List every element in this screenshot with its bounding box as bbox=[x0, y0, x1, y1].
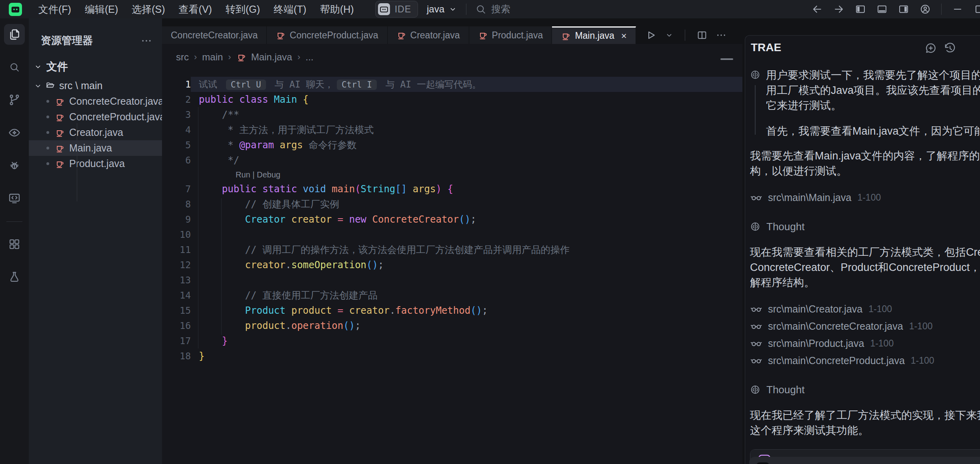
code-token: ; bbox=[378, 259, 384, 271]
code-token: factoryMethod bbox=[395, 305, 470, 316]
file-reference[interactable]: src\main\Main.java1-100 bbox=[750, 189, 980, 206]
code-token: 命令行参数 bbox=[303, 139, 356, 151]
editor-scrollbar-thumb[interactable] bbox=[720, 58, 733, 60]
activity-eye-sparkle-icon[interactable] bbox=[4, 122, 25, 143]
code-token: someOperation bbox=[291, 259, 366, 271]
minimize-icon[interactable] bbox=[949, 0, 966, 18]
line-content: * @param args 命令行参数 bbox=[199, 139, 357, 151]
line-number: 12 bbox=[162, 260, 191, 270]
menu-item[interactable]: 帮助(H) bbox=[313, 0, 361, 18]
explorer-more-icon[interactable] bbox=[140, 35, 152, 47]
ide-mode-toggle[interactable]: IDE bbox=[375, 1, 418, 18]
layout-left-icon[interactable] bbox=[852, 0, 869, 18]
assistant-messages: 用户要求测试一下，我需要先了解这个项目的结构。看起来这是一用工厂模式的Java项… bbox=[750, 68, 980, 464]
editor-tab-Creator.java[interactable]: Creator.java bbox=[388, 26, 469, 44]
back-arrow-icon[interactable] bbox=[808, 0, 826, 18]
brain-icon bbox=[750, 70, 760, 80]
code-token bbox=[343, 305, 349, 316]
search-placeholder: 搜索 bbox=[491, 3, 510, 16]
editor-tab-Product.java[interactable]: Product.java bbox=[469, 26, 552, 44]
java-file-icon bbox=[55, 97, 64, 106]
file-reference[interactable]: src\main\ConcreteProduct.java1-100 bbox=[750, 352, 980, 369]
line-number: 13 bbox=[162, 275, 191, 285]
menu-item[interactable]: 文件(F) bbox=[32, 0, 78, 18]
chevron-down-icon[interactable] bbox=[665, 31, 674, 40]
code-token: public bbox=[222, 183, 257, 195]
glasses-icon bbox=[750, 355, 762, 367]
activity-git-branch-icon[interactable] bbox=[4, 90, 25, 110]
folder-label: src \ main bbox=[59, 80, 102, 92]
java-file-icon bbox=[55, 128, 64, 137]
menu-item[interactable]: 选择(S) bbox=[125, 0, 172, 18]
file-item-Creator.java[interactable]: Creator.java bbox=[29, 125, 162, 140]
new-chat-icon[interactable] bbox=[924, 42, 937, 55]
editor-tab-ConcreteProduct.java[interactable]: ConcreteProduct.java bbox=[267, 26, 387, 44]
thought-text-line: 用户要求测试一下，我需要先了解这个项目的结构。看起来这是一 bbox=[766, 68, 980, 83]
trae-logo[interactable] bbox=[9, 3, 22, 16]
activity-flask-icon[interactable] bbox=[4, 267, 25, 287]
reference-line-range: 1-100 bbox=[911, 355, 934, 366]
menu-item[interactable]: 编辑(E) bbox=[78, 0, 125, 18]
files-section-header[interactable]: 文件 bbox=[29, 57, 162, 78]
account-icon[interactable] bbox=[916, 0, 934, 18]
file-reference[interactable]: src\main\Creator.java1-100 bbox=[750, 301, 980, 318]
menu-item[interactable]: 终端(T) bbox=[267, 0, 313, 18]
menu-item[interactable]: 转到(G) bbox=[219, 0, 267, 18]
activity-terminal-screen-icon[interactable] bbox=[4, 188, 25, 209]
file-item-Product.java[interactable]: Product.java bbox=[29, 156, 162, 171]
file-name: Product.java bbox=[69, 158, 125, 169]
code-line: 12 creator.someOperation(); bbox=[162, 257, 742, 273]
layout-right-icon[interactable] bbox=[895, 0, 912, 18]
hint-text: 与 AI 聊天， bbox=[269, 79, 334, 90]
code-editor[interactable]: 1试试 Ctrl U 与 AI 聊天，Ctrl I 与 AI 一起编写代码。2p… bbox=[162, 70, 742, 464]
code-token bbox=[199, 183, 222, 195]
code-token: @param bbox=[239, 139, 274, 151]
folder-src-main[interactable]: src \ main bbox=[29, 78, 162, 94]
close-icon[interactable]: × bbox=[621, 30, 627, 42]
line-number: 18 bbox=[162, 351, 191, 361]
breadcrumb[interactable]: src›main›Main.java›... bbox=[162, 44, 742, 70]
editor-tab-Main.java[interactable]: Main.java× bbox=[552, 26, 636, 44]
breadcrumb-separator: › bbox=[228, 52, 231, 62]
global-search[interactable]: 搜索 bbox=[475, 3, 510, 16]
breadcrumb-item[interactable]: ... bbox=[306, 52, 314, 63]
line-content: /** bbox=[199, 109, 239, 120]
menu-item[interactable]: 查看(V) bbox=[172, 0, 219, 18]
thought-label-row[interactable]: Thought bbox=[750, 218, 980, 235]
file-item-ConcreteProduct.java[interactable]: ConcreteProduct.java bbox=[29, 109, 162, 125]
chat-input-card[interactable]: @Builder bbox=[749, 457, 980, 464]
java-file-icon bbox=[55, 143, 64, 153]
breadcrumb-item[interactable]: src bbox=[176, 52, 189, 63]
codelens-run-debug[interactable]: Run | Debug bbox=[236, 170, 280, 179]
file-item-Main.java[interactable]: Main.java bbox=[29, 140, 162, 156]
thought-label-row[interactable]: Thought bbox=[750, 381, 980, 398]
file-item-ConcreteCreator.java[interactable]: ConcreteCreator.java bbox=[29, 94, 162, 109]
builder-agent-label: @Builder bbox=[776, 463, 820, 464]
activity-bug-icon[interactable] bbox=[4, 155, 25, 176]
project-selector[interactable]: java bbox=[427, 4, 457, 15]
split-editor-icon[interactable] bbox=[696, 30, 708, 41]
layout-bottom-icon[interactable] bbox=[873, 0, 891, 18]
java-file-icon bbox=[55, 159, 64, 169]
maximize-icon[interactable] bbox=[970, 0, 980, 18]
activity-extensions-grid-icon[interactable] bbox=[4, 234, 25, 255]
thought-label: Thought bbox=[766, 384, 804, 396]
breadcrumb-item[interactable]: main bbox=[202, 52, 223, 63]
code-token: // 直接使用工厂方法创建产品 bbox=[245, 290, 378, 301]
file-reference[interactable]: src\main\Product.java1-100 bbox=[750, 335, 980, 352]
forward-arrow-icon[interactable] bbox=[830, 0, 848, 18]
code-token: args bbox=[413, 183, 436, 195]
more-icon[interactable] bbox=[716, 30, 727, 41]
editor-tab-ConcreteCreator.java[interactable]: ConcreteCreator.java bbox=[162, 26, 267, 44]
activity-files-icon[interactable] bbox=[4, 24, 25, 45]
run-icon[interactable] bbox=[645, 29, 657, 41]
code-token: () bbox=[459, 214, 470, 225]
line-content: 试试 Ctrl U 与 AI 聊天，Ctrl I 与 AI 一起编写代码。 bbox=[199, 78, 481, 91]
history-icon[interactable] bbox=[944, 42, 956, 55]
activity-search-icon[interactable] bbox=[4, 57, 25, 78]
breadcrumb-item[interactable]: Main.java bbox=[251, 52, 292, 63]
file-reference[interactable]: src\main\ConcreteCreator.java1-100 bbox=[750, 318, 980, 335]
code-token: { bbox=[447, 183, 453, 195]
code-token: */ bbox=[199, 155, 239, 166]
line-number: 2 bbox=[162, 94, 191, 105]
